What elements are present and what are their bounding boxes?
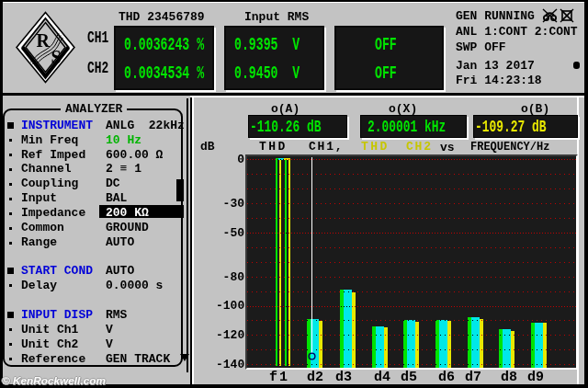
svg-text:R: R xyxy=(37,30,51,51)
svg-text:S: S xyxy=(51,47,62,67)
